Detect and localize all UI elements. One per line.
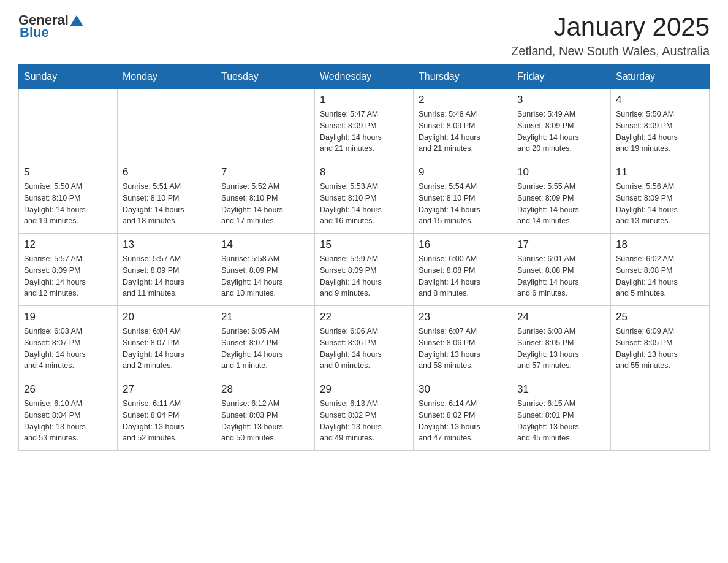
day-number: 2: [419, 94, 507, 106]
calendar-week-row: 5Sunrise: 5:50 AM Sunset: 8:10 PM Daylig…: [19, 161, 710, 234]
calendar-header-saturday: Saturday: [611, 65, 710, 89]
day-info: Sunrise: 5:58 AM Sunset: 8:09 PM Dayligh…: [221, 253, 309, 299]
day-number: 15: [320, 239, 408, 251]
day-info: Sunrise: 5:59 AM Sunset: 8:09 PM Dayligh…: [320, 253, 408, 299]
calendar-cell: 1Sunrise: 5:47 AM Sunset: 8:09 PM Daylig…: [315, 89, 414, 161]
day-info: Sunrise: 5:47 AM Sunset: 8:09 PM Dayligh…: [320, 109, 408, 155]
day-number: 31: [517, 383, 605, 396]
calendar-cell: [611, 378, 710, 451]
day-number: 28: [221, 383, 309, 396]
calendar-cell: 21Sunrise: 6:05 AM Sunset: 8:07 PM Dayli…: [216, 306, 315, 378]
day-info: Sunrise: 6:08 AM Sunset: 8:05 PM Dayligh…: [517, 326, 605, 372]
calendar-cell: 2Sunrise: 5:48 AM Sunset: 8:09 PM Daylig…: [414, 89, 512, 161]
day-info: Sunrise: 5:54 AM Sunset: 8:10 PM Dayligh…: [419, 181, 507, 227]
calendar-cell: 24Sunrise: 6:08 AM Sunset: 8:05 PM Dayli…: [512, 306, 611, 378]
day-info: Sunrise: 6:14 AM Sunset: 8:02 PM Dayligh…: [419, 398, 507, 444]
day-number: 26: [24, 383, 112, 396]
day-number: 14: [221, 239, 309, 251]
day-number: 12: [24, 239, 112, 251]
day-info: Sunrise: 5:55 AM Sunset: 8:09 PM Dayligh…: [517, 181, 605, 227]
calendar-cell: 25Sunrise: 6:09 AM Sunset: 8:05 PM Dayli…: [611, 306, 710, 378]
day-number: 13: [123, 239, 211, 251]
day-info: Sunrise: 6:05 AM Sunset: 8:07 PM Dayligh…: [221, 326, 309, 372]
calendar-header-sunday: Sunday: [19, 65, 118, 89]
calendar-cell: 23Sunrise: 6:07 AM Sunset: 8:06 PM Dayli…: [414, 306, 512, 378]
calendar-header-monday: Monday: [118, 65, 216, 89]
calendar-cell: [216, 89, 315, 161]
day-info: Sunrise: 6:02 AM Sunset: 8:08 PM Dayligh…: [616, 253, 704, 299]
day-number: 4: [616, 94, 704, 106]
svg-marker-0: [70, 15, 83, 26]
calendar-cell: 29Sunrise: 6:13 AM Sunset: 8:02 PM Dayli…: [315, 378, 414, 451]
day-info: Sunrise: 6:12 AM Sunset: 8:03 PM Dayligh…: [221, 398, 309, 444]
day-number: 19: [24, 311, 112, 323]
calendar-header-tuesday: Tuesday: [216, 65, 315, 89]
day-info: Sunrise: 5:53 AM Sunset: 8:10 PM Dayligh…: [320, 181, 408, 227]
day-number: 22: [320, 311, 408, 323]
calendar-cell: 10Sunrise: 5:55 AM Sunset: 8:09 PM Dayli…: [512, 161, 611, 234]
day-info: Sunrise: 6:13 AM Sunset: 8:02 PM Dayligh…: [320, 398, 408, 444]
day-number: 1: [320, 94, 408, 106]
calendar-cell: 15Sunrise: 5:59 AM Sunset: 8:09 PM Dayli…: [315, 234, 414, 306]
calendar-week-row: 1Sunrise: 5:47 AM Sunset: 8:09 PM Daylig…: [19, 89, 710, 161]
calendar-cell: 13Sunrise: 5:57 AM Sunset: 8:09 PM Dayli…: [118, 234, 216, 306]
calendar-header-friday: Friday: [512, 65, 611, 89]
day-number: 20: [123, 311, 211, 323]
calendar-cell: 14Sunrise: 5:58 AM Sunset: 8:09 PM Dayli…: [216, 234, 315, 306]
day-number: 9: [419, 166, 507, 178]
page-header: General Blue January 2025 Zetland, New S…: [18, 12, 710, 58]
day-number: 25: [616, 311, 704, 323]
calendar-cell: 26Sunrise: 6:10 AM Sunset: 8:04 PM Dayli…: [19, 378, 118, 451]
day-info: Sunrise: 6:11 AM Sunset: 8:04 PM Dayligh…: [123, 398, 211, 444]
day-info: Sunrise: 6:15 AM Sunset: 8:01 PM Dayligh…: [517, 398, 605, 444]
title-block: January 2025 Zetland, New South Wales, A…: [511, 12, 710, 58]
location-subtitle: Zetland, New South Wales, Australia: [511, 44, 710, 58]
day-info: Sunrise: 5:56 AM Sunset: 8:09 PM Dayligh…: [616, 181, 704, 227]
calendar-cell: 31Sunrise: 6:15 AM Sunset: 8:01 PM Dayli…: [512, 378, 611, 451]
logo: General Blue: [18, 12, 83, 40]
calendar-cell: 30Sunrise: 6:14 AM Sunset: 8:02 PM Dayli…: [414, 378, 512, 451]
calendar-cell: 27Sunrise: 6:11 AM Sunset: 8:04 PM Dayli…: [118, 378, 216, 451]
day-info: Sunrise: 6:06 AM Sunset: 8:06 PM Dayligh…: [320, 326, 408, 372]
day-info: Sunrise: 5:50 AM Sunset: 8:09 PM Dayligh…: [616, 109, 704, 155]
day-info: Sunrise: 5:51 AM Sunset: 8:10 PM Dayligh…: [123, 181, 211, 227]
day-number: 30: [419, 383, 507, 396]
calendar-cell: [19, 89, 118, 161]
day-info: Sunrise: 6:01 AM Sunset: 8:08 PM Dayligh…: [517, 253, 605, 299]
calendar-cell: 16Sunrise: 6:00 AM Sunset: 8:08 PM Dayli…: [414, 234, 512, 306]
day-number: 27: [123, 383, 211, 396]
calendar-cell: 6Sunrise: 5:51 AM Sunset: 8:10 PM Daylig…: [118, 161, 216, 234]
calendar-header-thursday: Thursday: [414, 65, 512, 89]
day-number: 5: [24, 166, 112, 178]
calendar-cell: 12Sunrise: 5:57 AM Sunset: 8:09 PM Dayli…: [19, 234, 118, 306]
day-info: Sunrise: 5:52 AM Sunset: 8:10 PM Dayligh…: [221, 181, 309, 227]
day-number: 23: [419, 311, 507, 323]
day-info: Sunrise: 6:00 AM Sunset: 8:08 PM Dayligh…: [419, 253, 507, 299]
calendar-cell: 17Sunrise: 6:01 AM Sunset: 8:08 PM Dayli…: [512, 234, 611, 306]
month-title: January 2025: [511, 12, 710, 42]
day-info: Sunrise: 5:49 AM Sunset: 8:09 PM Dayligh…: [517, 109, 605, 155]
logo-triangle-icon: [70, 14, 83, 28]
day-number: 18: [616, 239, 704, 251]
calendar-header-wednesday: Wednesday: [315, 65, 414, 89]
day-number: 24: [517, 311, 605, 323]
day-number: 7: [221, 166, 309, 178]
calendar-cell: 19Sunrise: 6:03 AM Sunset: 8:07 PM Dayli…: [19, 306, 118, 378]
day-number: 29: [320, 383, 408, 396]
day-info: Sunrise: 6:09 AM Sunset: 8:05 PM Dayligh…: [616, 326, 704, 372]
calendar-week-row: 19Sunrise: 6:03 AM Sunset: 8:07 PM Dayli…: [19, 306, 710, 378]
day-number: 6: [123, 166, 211, 178]
logo-blue-text: Blue: [20, 25, 49, 40]
calendar-cell: 7Sunrise: 5:52 AM Sunset: 8:10 PM Daylig…: [216, 161, 315, 234]
calendar-cell: 5Sunrise: 5:50 AM Sunset: 8:10 PM Daylig…: [19, 161, 118, 234]
day-number: 16: [419, 239, 507, 251]
day-number: 17: [517, 239, 605, 251]
calendar-cell: 11Sunrise: 5:56 AM Sunset: 8:09 PM Dayli…: [611, 161, 710, 234]
day-number: 8: [320, 166, 408, 178]
day-info: Sunrise: 5:50 AM Sunset: 8:10 PM Dayligh…: [24, 181, 112, 227]
calendar-week-row: 26Sunrise: 6:10 AM Sunset: 8:04 PM Dayli…: [19, 378, 710, 451]
calendar-cell: 22Sunrise: 6:06 AM Sunset: 8:06 PM Dayli…: [315, 306, 414, 378]
day-info: Sunrise: 6:07 AM Sunset: 8:06 PM Dayligh…: [419, 326, 507, 372]
day-number: 11: [616, 166, 704, 178]
calendar-table: SundayMondayTuesdayWednesdayThursdayFrid…: [18, 64, 710, 451]
